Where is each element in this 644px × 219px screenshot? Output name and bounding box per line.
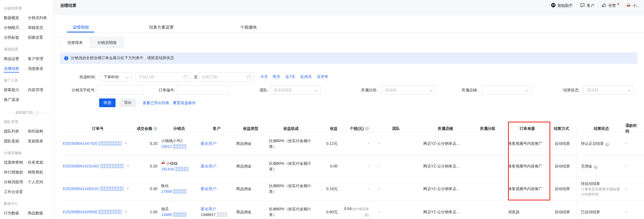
- reset-filters-link[interactable]: 重置筛选条件: [173, 98, 196, 107]
- settle-status-cell: 已自动结算: [576, 200, 625, 219]
- quick-link-昨天[interactable]: 昨天: [273, 74, 280, 79]
- subtab-bar: 结算报表分销员明细: [60, 37, 124, 48]
- sidebar-item-行为数据[interactable]: 行为数据: [4, 211, 28, 216]
- sidebar-item-label: 奖励报表: [28, 139, 43, 143]
- customer-id: 1348617: [201, 212, 232, 218]
- help-icon[interactable]: ?: [605, 143, 609, 146]
- sidebar-item-招募设置[interactable]: 招募设置: [28, 35, 52, 40]
- sidebar-item-商品数据[interactable]: 商品数据: [28, 211, 52, 216]
- sidebar-item-label: 任务奖励: [28, 160, 43, 164]
- sidebar-item-内容管理[interactable]: 内容管理: [28, 88, 52, 92]
- caret-down-icon[interactable]: [125, 211, 127, 213]
- tab-个税缴纳[interactable]: 个税缴纳: [235, 23, 262, 32]
- time-type-select[interactable]: 下单时间: [100, 72, 132, 82]
- sidebar-item-分销模式[interactable]: 分销模式: [4, 25, 28, 30]
- sidebar-item-获客能力[interactable]: 获客能力: [4, 88, 28, 92]
- team-select[interactable]: 请选择团队: [270, 85, 321, 95]
- sidebar-item-label: 内容管理: [28, 88, 43, 92]
- order-number-link[interactable]: E2025090411493101: [63, 187, 99, 191]
- sidebar-item-客户管理[interactable]: 客户管理: [28, 56, 52, 61]
- start-date-input[interactable]: 开始日期: [135, 72, 190, 82]
- shop-select[interactable]: [482, 85, 531, 95]
- topbar-action-cherry[interactable]: 小...: [627, 3, 640, 8]
- column-header-label: 所属分组: [480, 126, 495, 131]
- sidebar-item-业绩结算[interactable]: 业绩结算: [4, 66, 28, 71]
- status-select[interactable]: 请选择: [583, 85, 634, 95]
- refund-time-cell: -: [625, 177, 644, 200]
- sidebar-item-团队列表[interactable]: 团队列表: [4, 129, 28, 134]
- view-exported-link[interactable]: 查看已导出列表: [143, 98, 169, 107]
- customer-link[interactable]: 匿名用户-: [201, 163, 232, 169]
- robot-icon: [551, 3, 556, 8]
- caret-down-icon[interactable]: [127, 165, 129, 167]
- help-icon[interactable]: ?: [153, 127, 157, 130]
- help-icon[interactable]: ?: [594, 165, 598, 169]
- subtab-分销员明细[interactable]: 分销员明细: [90, 37, 124, 48]
- income-type-cell: 商品佣金: [236, 200, 269, 219]
- cherry-icon: [627, 3, 631, 8]
- order-number-link[interactable]: E2025090414231401: [63, 164, 99, 168]
- order-no-input[interactable]: [180, 86, 225, 94]
- distributor-phone-link[interactable]: 17858: [161, 189, 172, 194]
- status-placeholder: 请选择: [587, 88, 598, 92]
- customer-link[interactable]: 匿名用户-: [201, 186, 232, 192]
- sidebar-item-审核状态[interactable]: 审核状态: [28, 25, 52, 30]
- sidebar-item-工作台设置[interactable]: 工作台设置: [4, 190, 28, 194]
- phone-input[interactable]: [101, 86, 140, 94]
- refund-time-cell: -: [625, 200, 644, 219]
- sidebar-item-消息推送[interactable]: 消息推送: [28, 66, 52, 71]
- distributor-phone-link[interactable]: 19012: [161, 144, 172, 149]
- quick-link-今天[interactable]: 今天: [260, 74, 268, 79]
- quick-link-近30天[interactable]: 近30天: [300, 74, 312, 79]
- advanced-pack-label: 进阶能力包: [15, 110, 33, 115]
- order-no-filter-label: 订单编号:: [159, 85, 175, 95]
- order-number-cell: E2025090414231401: [60, 155, 137, 177]
- sidebar-item-任务奖励[interactable]: 任务奖励: [28, 160, 52, 165]
- divider-line: [4, 113, 13, 113]
- distributor-phone-link[interactable]: 13486: [161, 212, 172, 217]
- filter-button[interactable]: 筛选: [99, 98, 116, 107]
- sidebar-item-数据概览[interactable]: 数据概览: [4, 16, 28, 20]
- quick-link-近半年[interactable]: 近半年: [317, 74, 328, 79]
- sidebar-item-分销员列表[interactable]: 分销员列表: [28, 16, 52, 20]
- topbar-action-chat[interactable]: 客户: [580, 3, 594, 8]
- customer-link[interactable]: 匿名用户: [201, 206, 232, 212]
- topbar-action-thumb[interactable]: 有赞: [602, 3, 619, 8]
- tab-业绩明细[interactable]: 业绩明细: [67, 23, 94, 32]
- caret-down-icon[interactable]: [126, 188, 129, 190]
- subtab-结算报表[interactable]: 结算报表: [60, 37, 90, 48]
- quick-link-近7天[interactable]: 近7天: [285, 74, 295, 79]
- export-button[interactable]: 导出: [120, 98, 136, 107]
- caret-down-icon[interactable]: [125, 143, 127, 144]
- sidebar-item-优惠券营销[interactable]: 优惠券营销: [4, 160, 28, 165]
- customer-cell: 匿名用户-: [201, 155, 236, 177]
- chevron-down-circle-icon[interactable]: ⌄: [35, 111, 39, 115]
- sidebar-item-label: 工作台设置: [4, 190, 23, 194]
- sidebar-item-分组标签[interactable]: 分组标签: [4, 35, 28, 40]
- sidebar-item-推广渠道[interactable]: 推广渠道: [4, 97, 28, 102]
- settle-status-text: 无佣金: [581, 164, 592, 168]
- sidebar-item-个人空间[interactable]: 个人空间: [28, 180, 52, 185]
- phone-input-wrap: [97, 85, 143, 95]
- sidebar-item-分销员助理[interactable]: 分销员助理: [4, 180, 28, 185]
- sidebar-section-title: 数据中心: [4, 201, 53, 206]
- group-select[interactable]: 请选择: [381, 85, 436, 95]
- distributor-phone-link[interactable]: 181434: [161, 167, 174, 171]
- order-number-link[interactable]: E202509031626500: [63, 210, 97, 214]
- end-date-input[interactable]: 结束日期: [198, 72, 254, 82]
- settle-status-cell: 待自动结算订单发货后将展示佣金预计结算时间: [576, 177, 625, 200]
- settle-method-cell: 自动结算: [550, 155, 576, 177]
- topbar-action-robot[interactable]: 智能助手: [551, 3, 573, 8]
- sidebar-item-团队奖励[interactable]: 团队奖励: [4, 139, 28, 144]
- tab-结算方案设置[interactable]: 结算方案设置: [144, 23, 179, 32]
- sidebar-item-销售商机[interactable]: 销售商机: [28, 170, 52, 175]
- help-icon[interactable]: ?: [365, 127, 369, 130]
- sidebar-item-商品运营[interactable]: 商品运营: [4, 56, 28, 61]
- sidebar-item-排行榜激励[interactable]: 排行榜激励: [4, 170, 28, 175]
- customer-cell: 匿名用户-: [201, 177, 236, 200]
- sidebar-item-组织架构[interactable]: 组织架构: [28, 129, 52, 134]
- order-number-link[interactable]: E202509041447420: [63, 141, 97, 146]
- sidebar-item-奖励报表[interactable]: 奖励报表: [28, 139, 52, 144]
- customer-link[interactable]: 匿名用户-: [201, 141, 232, 146]
- redacted-blur: [175, 167, 189, 171]
